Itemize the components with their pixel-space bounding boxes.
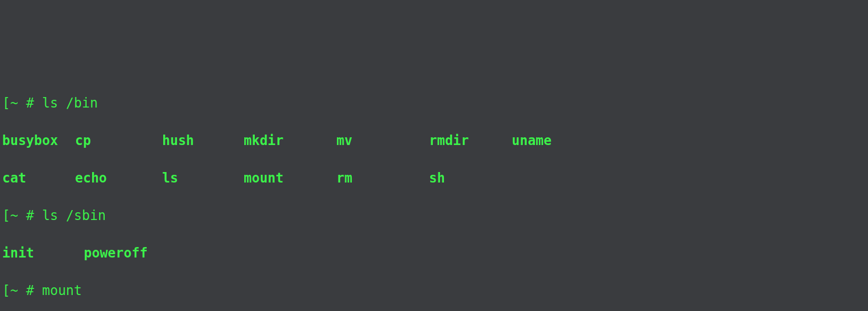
ls-item: ls [162,169,244,187]
ls-item: rmdir [429,131,512,150]
ls-item: mkdir [244,131,336,150]
ls-item: echo [75,169,162,187]
bracket-icon: [ [2,95,10,111]
ls-item: sh [429,169,512,187]
prompt-line: [~ # ls /bin [2,94,866,112]
ls-sbin-row: initpoweroff [2,244,866,262]
ls-item: mv [336,131,429,150]
ls-item: rm [336,169,429,187]
ls-item: mount [244,169,336,187]
ls-bin-row: busyboxcphushmkdirmvrmdiruname [2,131,866,150]
ls-item: poweroff [84,244,148,262]
ls-item: uname [512,131,594,150]
ls-item: cat [2,169,75,187]
prompt-line: [~ # mount [2,281,866,300]
bracket-icon: [ [2,283,10,298]
ls-item: cp [75,131,162,150]
ls-item: hush [162,131,244,150]
ls-item: busybox [2,131,75,150]
prompt-text: ~ # ls /sbin [10,208,105,223]
prompt-text: ~ # ls /bin [10,95,98,111]
ls-item: init [2,244,84,262]
bracket-icon: [ [2,208,10,223]
prompt-text: ~ # mount [10,283,82,298]
terminal[interactable]: [~ # ls /bin busyboxcphushmkdirmvrmdirun… [0,75,868,311]
ls-bin-row: catecholsmountrmsh [2,169,866,187]
prompt-line: [~ # ls /sbin [2,206,866,225]
